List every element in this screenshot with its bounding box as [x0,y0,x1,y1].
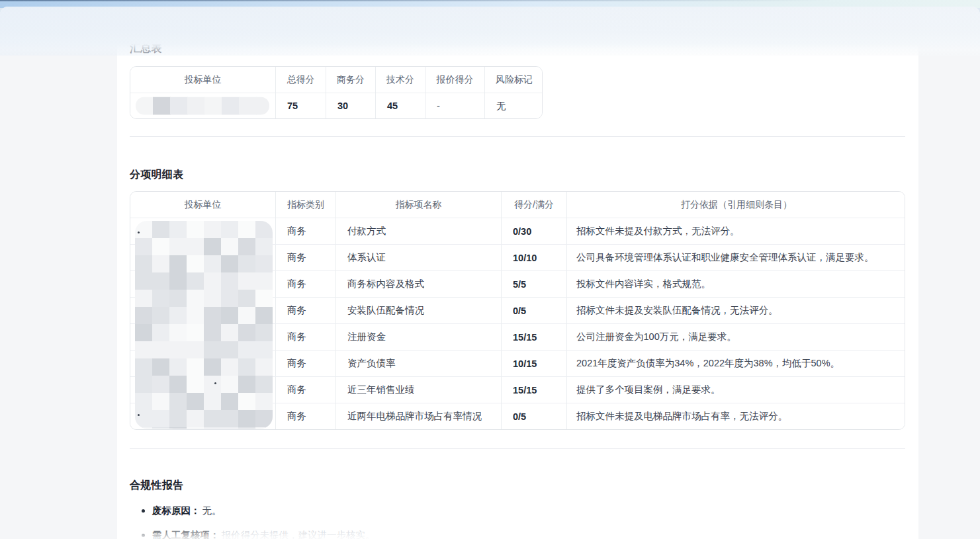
category-cell: 商务 [275,218,335,244]
redacted-bidder-name-blob [135,221,273,429]
indicator-cell: 体系认证 [335,244,501,270]
indicator-cell: 近两年电梯品牌市场占有率情况 [335,403,501,429]
detail-col-score: 得分/满分 [501,192,566,218]
report-viewport: 汇总表 投标单位 总得分 商务分 技术分 [0,0,980,539]
summary-header-row: 投标单位 总得分 商务分 技术分 报价得分 风险标记 [130,67,543,93]
section-divider [130,136,905,137]
score-cell: 5/5 [501,270,566,297]
indicator-cell: 付款方式 [335,218,501,244]
summary-col-business-score: 商务分 [326,67,375,93]
category-cell: 商务 [275,323,335,350]
report-window: 汇总表 投标单位 总得分 商务分 技术分 [0,7,980,539]
summary-section-title: 汇总表 [130,42,905,54]
compliance-item-rejection: 废标原因：无。 [142,505,905,517]
score-cell: 0/30 [501,218,566,244]
summary-col-bidder: 投标单位 [130,67,275,93]
basis-cell: 招标文件未提及安装队伍配备情况，无法评分。 [566,297,905,323]
report-document: 汇总表 投标单位 总得分 商务分 技术分 [117,7,918,539]
score-cell: 0/5 [501,297,566,323]
compliance-list: 废标原因：无。 需人工复核项：报价得分未提供，建议进一步核实。 [130,505,905,539]
category-cell: 商务 [275,297,335,323]
summary-col-technical-score: 技术分 [375,67,425,93]
document-body: 汇总表 投标单位 总得分 商务分 技术分 [117,42,918,539]
score-cell: 15/15 [501,376,566,403]
detail-header-row: 投标单位 指标类别 指标项名称 得分/满分 打分依据（引用细则条目） [130,192,905,218]
summary-table: 投标单位 总得分 商务分 技术分 报价得分 风险标记 [130,67,543,118]
score-cell: 10/15 [501,350,566,376]
summary-row: 75 30 45 - 无 [130,93,543,118]
basis-cell: 2021年度资产负债率为34%，2022年度为38%，均低于50%。 [566,350,905,376]
basis-cell: 投标文件内容详实，格式规范。 [566,270,905,297]
summary-table-card: 投标单位 总得分 商务分 技术分 报价得分 风险标记 [130,66,543,119]
label-colon: ： [191,505,200,517]
detail-table-card: 投标单位 指标类别 指标项名称 得分/满分 打分依据（引用细则条目） 商务 [130,191,905,430]
compliance-section-title: 合规性报告 [130,479,905,491]
indicator-cell: 商务标内容及格式 [335,270,501,297]
score-cell: 15/15 [501,323,566,350]
detail-col-category: 指标类别 [275,192,335,218]
compliance-item-label: 需人工复核项 [152,529,210,539]
business-score-value: 30 [326,93,375,118]
indicator-cell: 近三年销售业绩 [335,376,501,403]
quote-score-value: - [425,93,484,118]
redacted-bidder-name [136,97,269,115]
detail-col-bidder: 投标单位 [130,192,275,218]
detail-col-indicator: 指标项名称 [335,192,501,218]
detail-section-title: 分项明细表 [130,169,905,181]
total-score-value: 75 [275,93,326,118]
indicator-cell: 注册资金 [335,323,501,350]
compliance-item-text: 报价得分未提供，建议进一步核实。 [222,529,375,539]
technical-score-value: 45 [375,93,425,118]
bidder-name-cell [130,93,275,118]
category-cell: 商务 [275,350,335,376]
basis-cell: 公司具备环境管理体系认证和职业健康安全管理体系认证，满足要求。 [566,244,905,270]
section-divider [130,448,905,449]
detail-col-basis: 打分依据（引用细则条目） [566,192,905,218]
summary-col-risk-flag: 风险标记 [484,67,543,93]
label-colon: ： [210,529,220,539]
bullet-dot-icon [142,534,145,537]
score-cell: 10/10 [501,244,566,270]
summary-col-quote-score: 报价得分 [425,67,484,93]
compliance-item-text: 无。 [202,505,222,517]
compliance-item-label: 废标原因 [152,505,191,517]
risk-flag-value: 无 [484,93,543,118]
basis-cell: 招标文件未提及电梯品牌市场占有率，无法评分。 [566,403,905,429]
indicator-cell: 资产负债率 [335,350,501,376]
category-cell: 商务 [275,376,335,403]
category-cell: 商务 [275,403,335,429]
category-cell: 商务 [275,244,335,270]
compliance-item-manual-review: 需人工复核项：报价得分未提供，建议进一步核实。 [142,529,905,539]
indicator-cell: 安装队伍配备情况 [335,297,501,323]
summary-col-total-score: 总得分 [275,67,326,93]
category-cell: 商务 [275,270,335,297]
basis-cell: 公司注册资金为100万元，满足要求。 [566,323,905,350]
bullet-dot-icon [142,509,145,513]
score-cell: 0/5 [501,403,566,429]
basis-cell: 提供了多个项目案例，满足要求。 [566,376,905,403]
basis-cell: 招标文件未提及付款方式，无法评分。 [566,218,905,244]
